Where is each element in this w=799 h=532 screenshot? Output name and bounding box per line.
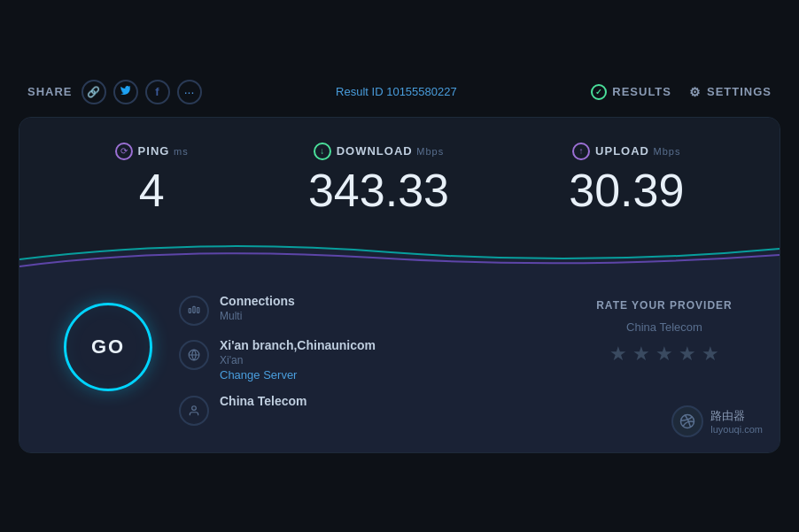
upload-stat: ↑ UPLOAD Mbps 30.39 — [569, 143, 684, 213]
watermark: 路由器 luyouqi.com — [671, 405, 763, 437]
connections-value: Multi — [220, 310, 295, 322]
go-button-wrapper: GO — [55, 294, 161, 391]
provider-text: China Telecom — [220, 394, 307, 408]
ping-label: PING ms — [138, 144, 189, 158]
wave-separator — [19, 233, 780, 273]
ping-stat: ⟳ PING ms 4 — [115, 143, 189, 213]
share-link-icon[interactable]: 🔗 — [81, 80, 106, 104]
star-5[interactable]: ★ — [702, 343, 719, 366]
download-label: DOWNLOAD Mbps — [337, 144, 445, 158]
provider-name: China Telecom — [220, 394, 307, 408]
upload-icon: ↑ — [572, 143, 590, 160]
top-bar: SHARE 🔗 f ··· Result ID 10155580227 ✓ RE… — [19, 80, 780, 117]
gear-icon: ⚙ — [689, 85, 702, 99]
connections-row: Connections Multi — [179, 294, 567, 326]
upload-value: 30.39 — [569, 167, 684, 213]
connections-label: Connections — [220, 294, 295, 308]
top-right-nav: ✓ RESULTS ⚙ SETTINGS — [591, 84, 772, 100]
server-name: Xi'an branch,Chinaunicom — [220, 338, 376, 352]
connections-text: Connections Multi — [220, 294, 295, 322]
rate-section: RATE YOUR PROVIDER China Telecom ★ ★ ★ ★… — [585, 294, 744, 366]
go-button[interactable]: GO — [64, 303, 152, 391]
share-facebook-icon[interactable]: f — [145, 80, 170, 104]
download-value: 343.33 — [308, 167, 449, 213]
star-3[interactable]: ★ — [655, 343, 673, 366]
change-server-link[interactable]: Change Server — [220, 368, 376, 382]
info-section: Connections Multi Xi'an branch,Ch — [179, 294, 567, 426]
svg-rect-3 — [198, 307, 199, 312]
svg-point-6 — [192, 405, 197, 410]
star-4[interactable]: ★ — [679, 343, 696, 366]
ping-header: ⟳ PING ms — [115, 143, 189, 160]
results-nav-button[interactable]: ✓ RESULTS — [591, 84, 671, 100]
server-row: Xi'an branch,Chinaunicom Xi'an Change Se… — [179, 338, 567, 382]
main-card: ⟳ PING ms 4 ↓ DOWNLOAD Mbps 343.33 — [19, 117, 780, 453]
server-location: Xi'an — [220, 354, 376, 366]
connections-icon — [179, 296, 209, 326]
bottom-section: GO Connections Multi — [19, 273, 780, 452]
results-check-icon: ✓ — [591, 84, 607, 100]
download-header: ↓ DOWNLOAD Mbps — [314, 143, 445, 160]
result-id: Result ID 10155580227 — [336, 85, 457, 98]
upload-header: ↑ UPLOAD Mbps — [572, 143, 680, 160]
star-1[interactable]: ★ — [609, 343, 627, 366]
rate-provider: China Telecom — [626, 320, 702, 334]
watermark-chinese: 路由器 — [710, 408, 745, 424]
rate-title: RATE YOUR PROVIDER — [596, 299, 733, 312]
svg-rect-1 — [189, 308, 190, 312]
ping-value: 4 — [139, 167, 165, 213]
svg-rect-2 — [193, 306, 195, 312]
star-rating[interactable]: ★ ★ ★ ★ ★ — [609, 343, 719, 366]
share-label: SHARE — [27, 85, 73, 98]
star-2[interactable]: ★ — [632, 343, 650, 366]
watermark-domain: luyouqi.com — [710, 424, 763, 435]
settings-nav-button[interactable]: ⚙ SETTINGS — [689, 85, 772, 99]
download-stat: ↓ DOWNLOAD Mbps 343.33 — [308, 143, 449, 213]
share-more-icon[interactable]: ··· — [177, 80, 202, 104]
share-section: SHARE 🔗 f ··· — [27, 80, 202, 104]
download-icon: ↓ — [314, 143, 331, 160]
share-icons: 🔗 f ··· — [81, 80, 202, 104]
ping-icon: ⟳ — [115, 143, 133, 160]
server-icon — [179, 340, 209, 370]
stats-bar: ⟳ PING ms 4 ↓ DOWNLOAD Mbps 343.33 — [19, 118, 780, 233]
share-twitter-icon[interactable] — [113, 80, 138, 104]
watermark-icon — [671, 405, 703, 437]
server-text: Xi'an branch,Chinaunicom Xi'an Change Se… — [220, 338, 376, 382]
provider-icon — [179, 396, 209, 426]
upload-label: UPLOAD Mbps — [595, 144, 680, 158]
provider-row: China Telecom — [179, 394, 567, 426]
